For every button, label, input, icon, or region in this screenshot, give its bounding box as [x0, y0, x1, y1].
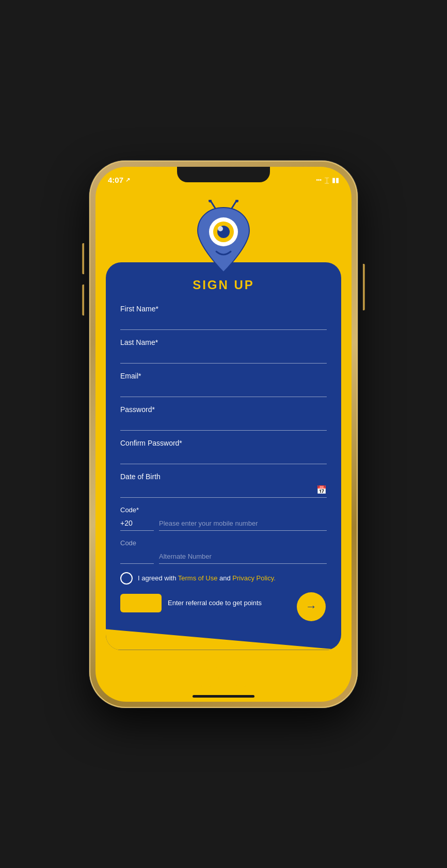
- first-name-field: First Name*: [120, 305, 327, 330]
- alt-code-label: Code: [120, 539, 154, 547]
- dob-label: Date of Birth: [120, 472, 327, 481]
- phone-screen: 4:07 ↗ ••• ⌶ ▮▮: [95, 167, 352, 702]
- phone-frame: 4:07 ↗ ••• ⌶ ▮▮: [89, 161, 358, 708]
- email-input[interactable]: [120, 382, 327, 397]
- google-button[interactable]: G: [228, 660, 254, 687]
- terms-checkbox[interactable]: [120, 572, 133, 585]
- terms-of-use-link[interactable]: Terms of Use: [178, 574, 218, 582]
- home-indicator: [193, 695, 254, 698]
- mascot-icon: [187, 200, 260, 282]
- alternate-number-row: Code: [120, 539, 327, 564]
- facebook-button[interactable]: f: [193, 660, 219, 687]
- password-input[interactable]: [120, 416, 327, 431]
- signal-dots-icon: •••: [316, 177, 322, 183]
- status-icons: ••• ⌶ ▮▮: [316, 176, 339, 184]
- volume-up-button: [82, 243, 84, 274]
- power-button: [363, 264, 365, 310]
- status-time: 4:07 ↗: [108, 176, 130, 184]
- dob-field: Date of Birth 📅: [120, 472, 327, 498]
- volume-down-button: [82, 285, 84, 315]
- next-button[interactable]: →: [297, 592, 326, 621]
- first-name-input[interactable]: [120, 315, 327, 330]
- svg-point-7: [218, 226, 223, 231]
- form-card: SIGN UP First Name* Last Name* Email* Pa…: [106, 262, 341, 650]
- phone-code-input[interactable]: [120, 516, 154, 531]
- referral-text: Enter referral code to get points: [168, 599, 262, 607]
- phone-row: Code*: [120, 506, 327, 531]
- social-buttons: f G: [95, 660, 352, 687]
- alt-code-input[interactable]: [120, 549, 154, 564]
- confirm-password-label: Confirm Password*: [120, 439, 327, 447]
- phone-code-section: Code*: [120, 506, 154, 531]
- confirm-password-field: Confirm Password*: [120, 439, 327, 464]
- email-label: Email*: [120, 372, 327, 380]
- phone-code-label: Code*: [120, 506, 154, 514]
- confirm-password-input[interactable]: [120, 449, 327, 464]
- arrow-right-icon: →: [306, 600, 317, 613]
- google-icon: G: [236, 667, 245, 681]
- notch: [177, 167, 270, 182]
- svg-line-0: [211, 201, 216, 209]
- password-label: Password*: [120, 405, 327, 414]
- svg-line-2: [231, 201, 236, 209]
- phone-number-input[interactable]: [159, 516, 327, 531]
- referral-input-box[interactable]: [120, 594, 162, 612]
- alt-code-section: Code: [120, 539, 154, 564]
- last-name-input[interactable]: [120, 349, 327, 364]
- battery-icon: ▮▮: [332, 176, 339, 184]
- terms-row: I agreed with Terms of Use and Privacy P…: [120, 572, 327, 585]
- location-arrow-icon: ↗: [125, 177, 130, 183]
- referral-row: Enter referral code to get points: [120, 594, 327, 612]
- terms-text: I agreed with Terms of Use and Privacy P…: [138, 574, 276, 582]
- last-name-field: Last Name*: [120, 338, 327, 364]
- first-name-label: First Name*: [120, 305, 327, 313]
- wifi-icon: ⌶: [325, 176, 329, 184]
- password-field: Password*: [120, 405, 327, 431]
- mascot-area: [95, 190, 352, 293]
- email-field: Email*: [120, 372, 327, 397]
- dob-input[interactable]: [120, 483, 327, 498]
- alt-number-input[interactable]: [159, 549, 327, 564]
- privacy-policy-link[interactable]: Privacy Policy.: [232, 574, 276, 582]
- calendar-icon[interactable]: 📅: [316, 485, 327, 495]
- last-name-label: Last Name*: [120, 338, 327, 346]
- facebook-icon: f: [204, 667, 207, 681]
